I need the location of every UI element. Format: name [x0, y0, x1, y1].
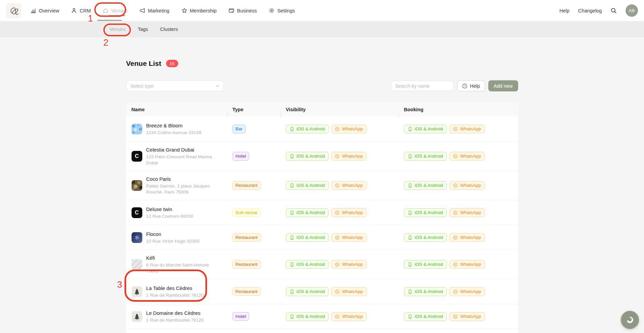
table-row[interactable]: Le Domaine des Cèdres 1 Rue de Rambouill… — [126, 304, 518, 329]
changelog-link[interactable]: Changelog — [578, 8, 602, 13]
nav-item-label: Settings — [277, 8, 295, 13]
mobile-phone-icon — [408, 314, 412, 319]
question-circle-icon: ? — [462, 83, 467, 89]
topnav-right: Help Changelog AB — [559, 4, 638, 17]
venue-thumbnail — [132, 311, 142, 322]
venue-name: Le Domaine des Cèdres — [146, 310, 204, 317]
help-link[interactable]: Help — [559, 8, 569, 13]
table-row[interactable]: Breeze & Bloom 1234 Collins Avenue 33139… — [126, 117, 518, 141]
search-input[interactable] — [391, 81, 454, 91]
subtab-clusters[interactable]: Clusters — [160, 27, 178, 32]
booking-ios-android-badge: iOS & Android — [404, 260, 447, 269]
venue-thumbnail — [132, 124, 142, 134]
visibility-whatsapp-badge: WhatsApp — [331, 125, 366, 133]
visibility-badges: iOS & Android WhatsApp — [281, 117, 399, 141]
header-visibility: Visibility — [281, 107, 399, 112]
venue-address: 1234 Collins Avenue 33139 — [146, 130, 201, 136]
table-row[interactable]: C Deluxe twin 12 Rue Coehorn 68200 Sub-v… — [126, 200, 518, 225]
visibility-ios-android-badge: iOS & Android — [286, 287, 329, 296]
visibility-whatsapp-badge: WhatsApp — [331, 260, 366, 269]
nav-item-membership[interactable]: Membership — [182, 8, 217, 13]
help-button-label: Help — [470, 83, 480, 89]
mobile-phone-icon — [408, 210, 412, 215]
venue-address: 10 Rue Victor Hugo 92300 — [146, 238, 200, 244]
booking-whatsapp-badge: WhatsApp — [449, 312, 485, 321]
help-button[interactable]: ? Help — [457, 80, 485, 91]
table-row[interactable]: Flocon 10 Rue Victor Hugo 92300 Restaura… — [126, 225, 518, 250]
nav-item-business[interactable]: Business — [229, 8, 257, 13]
booking-ios-android-badge: iOS & Android — [404, 233, 447, 242]
booking-badges: iOS & Android WhatsApp — [399, 304, 518, 329]
whatsapp-icon — [335, 154, 340, 159]
nav-item-label: Overview — [39, 8, 59, 13]
whatsapp-icon — [453, 154, 458, 159]
annotation-number-3: 3 — [117, 280, 122, 290]
visibility-badges: iOS & Android WhatsApp — [281, 171, 399, 200]
add-new-button[interactable]: Add new — [488, 80, 518, 91]
mobile-phone-icon — [290, 210, 294, 215]
bar-chart-icon — [31, 8, 36, 13]
mobile-phone-icon — [290, 154, 294, 159]
type-badge: Restaurant — [233, 287, 261, 296]
header-booking: Booking — [399, 107, 518, 112]
venue-name: Coco Paris — [146, 176, 222, 182]
booking-badges: iOS & Android WhatsApp — [399, 200, 518, 225]
type-badge: Restaurant — [233, 233, 261, 242]
nav-item-settings[interactable]: Settings — [269, 8, 295, 13]
venue-thumbnail — [132, 259, 142, 270]
nav-item-label: Business — [237, 8, 257, 13]
booking-badges: iOS & Android WhatsApp — [399, 225, 518, 250]
venue-name: La Table des Cèdres — [146, 285, 204, 292]
brand-logo[interactable] — [6, 3, 21, 18]
venue-address: 1 Rue de Rambouillet 78120 — [146, 292, 204, 298]
nav-item-label: Venues — [111, 8, 127, 13]
nav-item-overview[interactable]: Overview — [31, 8, 59, 13]
type-select-placeholder: Select type — [131, 83, 154, 89]
venue-thumbnail — [132, 232, 142, 243]
mobile-phone-icon — [408, 289, 412, 294]
whatsapp-icon — [453, 314, 458, 319]
booking-whatsapp-badge: WhatsApp — [449, 125, 485, 133]
main-nav: OverviewCRMVenuesMarketingMembershipBusi… — [31, 8, 295, 13]
venue-count-badge: 15 — [166, 60, 178, 67]
subtab-venues[interactable]: Venues — [109, 27, 126, 32]
nav-item-venues[interactable]: Venues — [103, 8, 127, 13]
mobile-phone-icon — [408, 154, 412, 159]
booking-ios-android-badge: iOS & Android — [404, 181, 447, 190]
chat-widget-button[interactable] — [621, 311, 639, 329]
gear-icon — [269, 8, 275, 13]
nav-item-marketing[interactable]: Marketing — [140, 8, 169, 13]
visibility-ios-android-badge: iOS & Android — [286, 260, 329, 269]
whatsapp-icon — [335, 235, 340, 240]
main-content: Venue List 15 Select type ? Help Add new… — [126, 37, 518, 333]
visibility-ios-android-badge: iOS & Android — [286, 152, 329, 161]
visibility-whatsapp-badge: WhatsApp — [331, 152, 366, 161]
venue-name: Breeze & Bloom — [146, 122, 201, 129]
annotation-number-2: 2 — [103, 38, 108, 48]
mobile-phone-icon — [290, 183, 294, 188]
active-subtab-indicator — [109, 15, 125, 16]
booking-ios-android-badge: iOS & Android — [404, 287, 447, 296]
booking-ios-android-badge: iOS & Android — [404, 312, 447, 321]
table-row[interactable]: C Celestia Grand Dubai 123 Palm Crescent… — [126, 141, 518, 171]
table-row[interactable]: La Table des Cèdres 1 Rue de Rambouillet… — [126, 279, 518, 304]
user-avatar[interactable]: AB — [626, 4, 638, 17]
nav-item-crm[interactable]: CRM — [71, 8, 91, 13]
megaphone-icon — [140, 8, 145, 13]
table-row[interactable]: Coco Paris Palais Garnier, 1 place Jacqu… — [126, 171, 518, 200]
visibility-badges: iOS & Android WhatsApp — [281, 200, 399, 225]
subtab-tags[interactable]: Tags — [138, 27, 148, 32]
whatsapp-icon — [453, 127, 458, 131]
whatsapp-icon — [453, 210, 458, 215]
card-icon — [229, 8, 234, 13]
header-name: Name — [126, 107, 227, 112]
table-row[interactable]: Le Spa des Cèdres Sub-venue iOS & Androi… — [126, 329, 518, 333]
mobile-phone-icon — [290, 289, 294, 294]
search-icon[interactable] — [610, 7, 617, 14]
type-select[interactable]: Select type — [126, 80, 224, 91]
type-badge: Restaurant — [233, 181, 261, 190]
star-icon — [182, 8, 187, 13]
mobile-phone-icon — [290, 262, 294, 267]
booking-badges: iOS & Android WhatsApp — [399, 279, 518, 304]
table-row[interactable]: Kéfi 8 Rue du Marché Saint-Honoré 75001 … — [126, 250, 518, 279]
